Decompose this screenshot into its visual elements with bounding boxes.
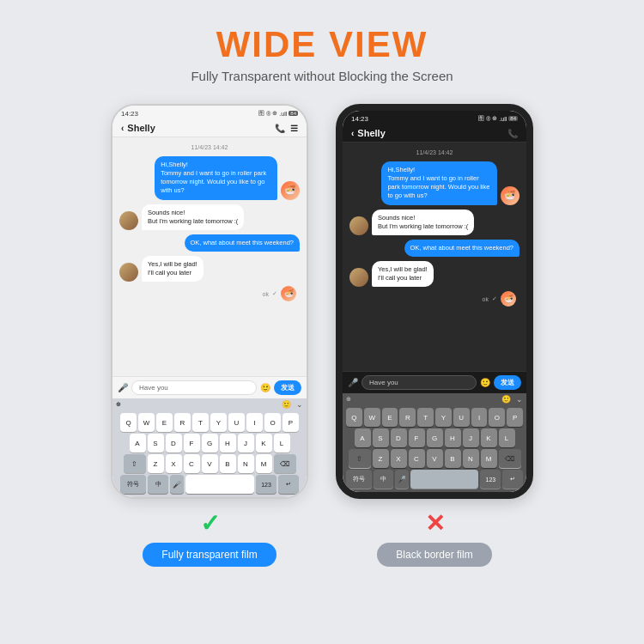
right-kb-row-3: ⇧ Z X C V B N M ⌫ bbox=[346, 449, 523, 468]
right-status-icons: 图 ® ⊕ .ull 84 bbox=[478, 114, 518, 123]
left-chat-name: Shelly bbox=[127, 123, 155, 133]
right-avatar-2 bbox=[349, 268, 368, 287]
right-symbols-key[interactable]: 符号 bbox=[346, 470, 372, 489]
right-keyboard-extra-icon: ⊕ bbox=[346, 396, 351, 403]
avatar-2 bbox=[119, 263, 138, 282]
left-phone-screen: 14:23 图 ® ⊕ .ull 84 ‹ Shelly bbox=[112, 106, 307, 497]
right-msg-2: Sounds nice!But I'm working late tomorro… bbox=[349, 210, 519, 235]
right-keyboard: Q W E R T Y U I O P A S D bbox=[343, 405, 526, 492]
kb-row-1: Q W E R T Y U I O P bbox=[116, 413, 303, 432]
header: WIDE VIEW Fully Transparent without Bloc… bbox=[191, 0, 453, 88]
left-date: 11/4/23 14:42 bbox=[119, 144, 300, 150]
transparent-film-badge: Fully transparent film bbox=[143, 543, 276, 567]
cross-icon: ✕ bbox=[425, 509, 445, 538]
right-avatar-1 bbox=[349, 216, 368, 235]
right-status-bar: 14:23 图 ® ⊕ .ull 84 bbox=[343, 111, 526, 125]
left-status-icons: 图 ® ⊕ .ull 84 bbox=[258, 109, 298, 118]
left-phone: 14:23 图 ® ⊕ .ull 84 ‹ Shelly bbox=[111, 104, 308, 499]
mic-kb-key[interactable]: 🎤 bbox=[170, 475, 184, 494]
left-emoji-icon: 🙂 bbox=[260, 383, 270, 392]
page-title: WIDE VIEW bbox=[191, 24, 453, 65]
kb-row-3: ⇧ Z X C V B N M ⌫ bbox=[116, 454, 303, 473]
right-time: 14:23 bbox=[351, 115, 368, 123]
right-label: ✕ Black border film bbox=[377, 509, 491, 567]
numbers-key[interactable]: 123 bbox=[256, 475, 276, 494]
left-chat-area: 11/4/23 14:42 🍜 Hi,Shelly!Tommy and I wa… bbox=[112, 137, 307, 376]
left-msg-3: OK, what about meet this weekend? bbox=[119, 234, 300, 252]
left-send-button[interactable]: 发送 bbox=[274, 380, 301, 395]
keyboard-extra-icon: ⊕ bbox=[116, 401, 121, 408]
phone-icon: 📞 bbox=[275, 124, 285, 133]
right-chat-name: Shelly bbox=[357, 128, 385, 138]
right-food-emoji-1: 🍜 bbox=[501, 186, 519, 205]
right-kb-row-1: Q W E R T Y U I O P bbox=[346, 408, 523, 427]
left-input-field[interactable]: Have you bbox=[131, 380, 257, 395]
right-chinese-key[interactable]: 中 bbox=[374, 470, 394, 489]
right-kb-row-2: A S D F G H J K L bbox=[346, 428, 523, 447]
right-shift-key[interactable]: ⇧ bbox=[349, 449, 371, 468]
black-border-film-badge: Black border film bbox=[377, 543, 491, 567]
shift-key[interactable]: ⇧ bbox=[124, 454, 146, 473]
phones-container: 14:23 图 ® ⊕ .ull 84 ‹ Shelly bbox=[0, 104, 644, 567]
right-msg-3: OK, what about meet this weekend? bbox=[349, 240, 519, 257]
left-msg-2: Sounds nice!But I'm working late tomorro… bbox=[119, 204, 300, 230]
left-time: 14:23 bbox=[121, 110, 138, 118]
right-backspace-key[interactable]: ⌫ bbox=[499, 449, 521, 468]
right-chat-header: ‹ Shelly 📞 bbox=[343, 125, 526, 143]
right-input-field[interactable]: Have you bbox=[361, 375, 477, 390]
return-key[interactable]: ↵ bbox=[278, 475, 299, 494]
chinese-key[interactable]: 中 bbox=[148, 475, 168, 494]
food-emoji-1: 🍜 bbox=[281, 181, 300, 200]
right-keyboard-toolbar: ⊕ 🙂 ⌄ bbox=[343, 393, 526, 405]
right-space-key[interactable] bbox=[410, 470, 478, 489]
left-input-bar: 🎤 Have you 🙂 发送 bbox=[112, 376, 307, 398]
left-chat-header: ‹ Shelly 📞 ☰ bbox=[112, 119, 307, 137]
symbols-key[interactable]: 符号 bbox=[120, 475, 146, 494]
right-phone: 14:23 图 ® ⊕ .ull 84 ‹ Shelly bbox=[336, 104, 533, 499]
right-return-key[interactable]: ↵ bbox=[502, 470, 523, 489]
left-label: ✓ Fully transparent film bbox=[143, 509, 276, 567]
right-chat-area: 11/4/23 14:42 🍜 Hi,Shelly!Tommy and I wa… bbox=[343, 143, 526, 371]
right-input-bar: 🎤 Have you 🙂 发送 bbox=[343, 371, 526, 393]
left-phone-wrapper: 14:23 图 ® ⊕ .ull 84 ‹ Shelly bbox=[111, 104, 308, 567]
right-ok-row: ok ✓ 🍜 bbox=[349, 291, 519, 307]
left-ok-row: ok ✓ 🍜 bbox=[119, 286, 300, 301]
right-numbers-key[interactable]: 123 bbox=[480, 470, 501, 489]
right-phone-icon: 📞 bbox=[507, 129, 518, 138]
space-key[interactable] bbox=[185, 475, 254, 494]
left-mic-icon: 🎤 bbox=[118, 383, 128, 392]
left-keyboard: Q W E R T Y U I O P A S D bbox=[112, 410, 307, 497]
right-msg-1: 🍜 Hi,Shelly!Tommy and I want to go in ro… bbox=[349, 161, 519, 205]
right-phone-screen: 14:23 图 ® ⊕ .ull 84 ‹ Shelly bbox=[343, 111, 526, 492]
right-kb-bottom-row: 符号 中 🎤 123 ↵ bbox=[346, 470, 523, 489]
right-send-button[interactable]: 发送 bbox=[494, 375, 521, 390]
right-date: 11/4/23 14:42 bbox=[349, 149, 519, 155]
backspace-key[interactable]: ⌫ bbox=[274, 454, 296, 473]
left-msg-4: Yes,I will be glad!I'll call you later bbox=[119, 256, 300, 282]
page-subtitle: Fully Transparent without Blocking the S… bbox=[191, 69, 453, 83]
kb-bottom-row: 符号 中 🎤 123 ↵ bbox=[116, 475, 303, 494]
right-mic-icon: 🎤 bbox=[348, 378, 358, 387]
right-emoji-icon: 🙂 bbox=[480, 378, 490, 387]
avatar-1 bbox=[119, 211, 138, 230]
right-mic-kb-key[interactable]: 🎤 bbox=[395, 470, 409, 489]
right-msg-4: Yes,I will be glad!I'll call you later bbox=[349, 261, 519, 287]
left-msg-1: 🍜 Hi,Shelly!Tommy and I want to go in ro… bbox=[119, 156, 300, 200]
left-keyboard-toolbar: ⊕ 🙂 ⌄ bbox=[112, 398, 307, 410]
kb-row-2: A S D F G H J K L bbox=[116, 434, 303, 453]
right-phone-wrapper: 14:23 图 ® ⊕ .ull 84 ‹ Shelly bbox=[336, 104, 533, 567]
checkmark-icon: ✓ bbox=[200, 509, 220, 538]
menu-icon: ☰ bbox=[290, 124, 298, 133]
left-status-bar: 14:23 图 ® ⊕ .ull 84 bbox=[112, 106, 307, 119]
